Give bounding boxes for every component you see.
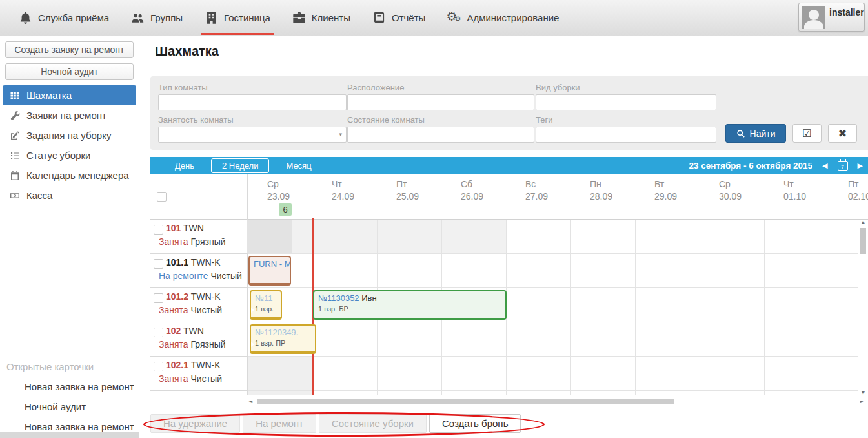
sidebar-item-label: Касса [26,190,52,201]
room-number: 101.1 [166,257,188,267]
occupancy-status: Занята [159,373,188,384]
scroll-right-arrow[interactable]: ► [860,399,864,404]
user-menu-button[interactable]: installer [798,3,865,32]
date-range-label: 23 сентября - 6 октября 2015 [689,161,813,171]
briefcase-icon [292,11,306,25]
timeline-cells[interactable] [248,254,858,288]
filter-input-1[interactable] [347,94,534,110]
room-number-and-type: 101.1 TWN-K [166,257,221,267]
horizontal-scroll-thumb[interactable] [257,399,674,404]
row-checkbox[interactable] [154,328,163,337]
topnav-item-bell[interactable]: Служба приёма [8,0,120,36]
timeline-cells[interactable] [248,220,858,254]
topnav-item-users[interactable]: Группы [120,0,194,36]
book-icon [372,11,386,25]
sidebar-item-edit[interactable]: Задания на уборку [0,125,139,145]
date-picker-icon[interactable]: 7 [838,161,848,171]
select-all-checkbox[interactable] [157,192,167,202]
day-of-week-label: Сб [461,178,506,191]
booking-box[interactable]: №1120349.1 взр. ПР [250,324,316,354]
booking-title-line: FURN - M [254,259,286,269]
sidebar-item-calendar[interactable]: Календарь менеджера [0,165,139,185]
topnav-item-building[interactable]: Гостиница [194,0,281,36]
sidebar-item-grid[interactable]: Шахматка [3,85,136,105]
sidebar-action-button-1[interactable]: Ночной аудит [5,63,134,80]
filter-input-2[interactable] [536,94,716,110]
view-tab-2-недели[interactable]: 2 Недели [211,158,269,173]
scroll-left-arrow[interactable]: ◄ [248,399,252,404]
day-of-week-label: Пн [590,178,635,191]
room-row-label: 101 TWNЗанята Грязный [150,220,247,254]
open-card-link[interactable]: Новая заявка на ремонт [0,377,139,397]
main-content: Шахматка Найти ☑ ✖ Тип комнатыРасположен… [139,36,868,438]
sidebar-item-wrench[interactable]: Заявки на ремонт [0,105,139,125]
calendar-range-controls: 23 сентября - 6 октября 2015 ◀ 7 ▶ [689,157,863,174]
filter-input-4[interactable] [347,127,534,143]
view-tab-день[interactable]: День [165,159,205,172]
open-cards-section: Открытые карточки Новая заявка на ремонт… [0,357,139,437]
booking-info-line: 1 взр. [255,305,277,313]
day-date-label: 30.09 [719,191,764,203]
booking-title-line: №1120349. [255,328,311,337]
booking-info-line: 1 взр. БР [318,305,501,313]
row-checkbox[interactable] [154,225,163,235]
open-card-link[interactable]: Ночной аудит [0,397,139,417]
user-name: installer [829,7,864,17]
topnav-item-briefcase[interactable]: Клиенты [281,0,361,36]
sidebar-action-buttons: Создать заявку на ремонтНочной аудит [0,41,139,80]
timeline-cells[interactable] [248,357,858,391]
row-checkbox[interactable] [154,293,163,303]
horizontal-scrollbar[interactable]: ◄ ► [248,399,856,406]
occupancy-status: Занята [159,305,188,315]
sidebar-action-button-0[interactable]: Создать заявку на ремонт [5,41,134,58]
footer-button-создать-бронь[interactable]: Создать бронь [429,414,521,433]
room-status-line: На ремонте Чистый [159,271,242,281]
filter-input-0[interactable] [158,94,347,110]
vertical-scrollbar[interactable]: ▲ ▼ [859,220,867,395]
vertical-scroll-thumb[interactable] [860,228,866,254]
filter-field-4: Состояние комнаты [347,115,534,143]
footer-button-на-удержание: На удержание [150,414,240,433]
timeline-cells[interactable] [248,322,858,357]
booking-number: №1130352 [318,293,359,303]
search-button[interactable]: Найти [725,124,786,143]
footer-action-buttons: На удержаниеНа ремонтСостояние уборкиСоз… [150,414,521,433]
topnav-item-gears[interactable]: ⚙⚙Администрирование [436,0,570,36]
filter-field-label: Занятость комнаты [158,115,347,125]
topnav-item-label: Клиенты [312,12,350,23]
room-status-line: Занята Чистый [159,305,222,315]
room-number: 102 [166,326,181,336]
prev-period-button[interactable]: ◀ [822,162,827,170]
filter-panel: Найти ☑ ✖ Тип комнатыРасположениеВид убо… [150,76,868,150]
room-type: TWN-K [188,257,221,267]
sidebar-item-label: Задания на уборку [26,130,111,141]
sidebar-item-cash[interactable]: Касса [0,185,139,205]
hotel-pms-app: Служба приёмаГруппыГостиницаКлиентыОтчёт… [0,0,868,438]
row-checkbox[interactable] [154,259,163,269]
filter-select-3[interactable] [158,127,347,143]
day-of-week-label: Ср [719,178,764,191]
room-row-label: 102.1 TWN-KЗанята Чистый [150,357,247,391]
day-header: Ср23.09 [267,178,312,203]
room-number-and-type: 102 TWN [166,326,204,336]
scroll-down-arrow[interactable]: ▼ [859,390,867,395]
day-date-label: 23.09 [267,191,312,203]
next-period-button[interactable]: ▶ [858,162,863,170]
room-number-and-type: 102.1 TWN-K [166,360,221,370]
grid-icon [9,90,20,101]
scroll-up-arrow[interactable]: ▲ [859,220,867,225]
room-row-label: 102 TWNЗанята Грязный [150,322,247,357]
filter-input-5[interactable] [536,127,716,143]
topnav-item-book[interactable]: Отчёты [361,0,436,36]
clear-filters-button[interactable]: ✖ [828,124,857,143]
booking-box[interactable]: №1130352 Ивн1 взр. БР [313,290,507,320]
row-checkbox[interactable] [154,362,163,371]
page-title: Шахматка [155,44,219,59]
booking-title-line: №1130352 Ивн [318,293,501,303]
select-mode-button[interactable]: ☑ [792,124,822,143]
booking-box[interactable]: №111 взр. [250,290,282,320]
booking-box[interactable]: FURN - M [248,256,291,286]
sidebar-item-list[interactable]: Статус уборки [0,145,139,165]
day-header: Вс27.09 [525,178,570,203]
view-tab-месяц[interactable]: Месяц [276,159,321,172]
